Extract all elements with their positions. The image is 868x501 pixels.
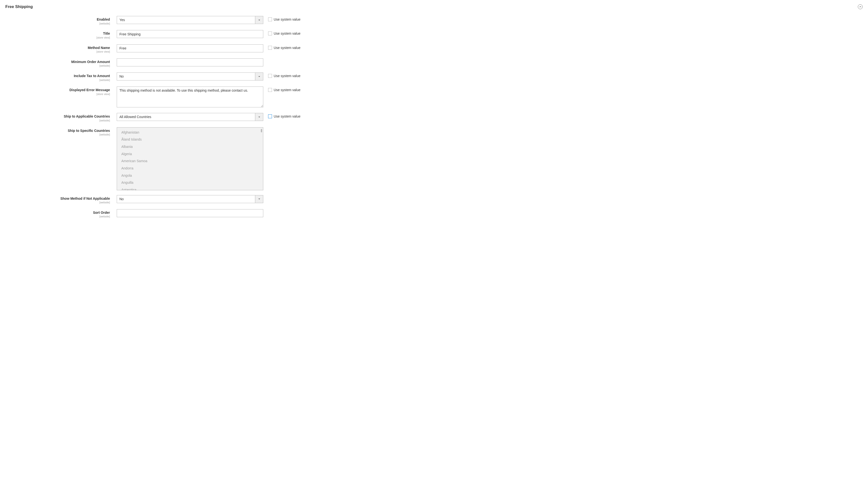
include-tax-use-system[interactable]: Use system value bbox=[263, 73, 300, 78]
error-msg-textarea[interactable] bbox=[117, 86, 263, 107]
include-tax-value: No bbox=[117, 73, 255, 80]
country-option[interactable]: Antarctica bbox=[117, 186, 263, 190]
label-error-msg: Displayed Error Message bbox=[5, 88, 110, 92]
chevron-down-icon bbox=[258, 116, 260, 118]
label-ship-specific: Ship to Specific Countries bbox=[5, 129, 110, 133]
chevron-up-icon bbox=[859, 6, 861, 8]
scope-sort-order: [website] bbox=[5, 215, 110, 218]
country-option[interactable]: Anguilla bbox=[117, 179, 263, 186]
country-option[interactable]: Angola bbox=[117, 172, 263, 179]
country-option[interactable]: Andorra bbox=[117, 165, 263, 172]
label-min-order: Minimum Order Amount bbox=[5, 60, 110, 64]
label-enabled: Enabled bbox=[5, 18, 110, 22]
scope-ship-applicable: [website] bbox=[5, 119, 110, 122]
enabled-use-system-checkbox[interactable] bbox=[268, 18, 272, 21]
country-option[interactable]: American Samoa bbox=[117, 158, 263, 165]
method-name-input[interactable] bbox=[117, 44, 263, 52]
method-name-use-system-label: Use system value bbox=[274, 46, 300, 50]
country-option[interactable]: Afghanistan bbox=[117, 129, 263, 136]
enabled-select[interactable]: Yes bbox=[117, 16, 263, 24]
show-method-select-btn[interactable] bbox=[255, 195, 263, 203]
label-show-method: Show Method if Not Applicable bbox=[5, 196, 110, 201]
error-msg-use-system[interactable]: Use system value bbox=[263, 86, 300, 92]
country-option[interactable]: Åland Islands bbox=[117, 136, 263, 143]
chevron-down-icon bbox=[258, 76, 260, 77]
ship-applicable-value: All Allowed Countries bbox=[117, 113, 255, 121]
label-sort-order: Sort Order bbox=[5, 211, 110, 215]
label-ship-applicable: Ship to Applicable Countries bbox=[5, 114, 110, 119]
include-tax-use-system-checkbox[interactable] bbox=[268, 74, 272, 78]
title-use-system[interactable]: Use system value bbox=[263, 30, 300, 35]
scope-error-msg: [store view] bbox=[5, 93, 110, 96]
scope-enabled: [website] bbox=[5, 22, 110, 25]
enabled-value: Yes bbox=[117, 16, 255, 24]
section-title: Free Shipping bbox=[5, 4, 33, 9]
enabled-use-system-label: Use system value bbox=[274, 18, 300, 21]
sort-order-input[interactable] bbox=[117, 209, 263, 217]
error-msg-use-system-label: Use system value bbox=[274, 88, 300, 92]
ship-applicable-select[interactable]: All Allowed Countries bbox=[117, 113, 263, 121]
label-method-name: Method Name bbox=[5, 46, 110, 50]
chevron-down-icon bbox=[258, 19, 260, 21]
include-tax-select[interactable]: No bbox=[117, 73, 263, 81]
scrollbar-thumb[interactable] bbox=[261, 129, 262, 132]
scope-ship-specific: [website] bbox=[5, 133, 110, 137]
country-option[interactable]: Algeria bbox=[117, 150, 263, 158]
show-method-select[interactable]: No bbox=[117, 195, 263, 203]
ship-applicable-select-btn[interactable] bbox=[255, 113, 263, 121]
ship-specific-multiselect[interactable]: AfghanistanÅland IslandsAlbaniaAlgeriaAm… bbox=[117, 127, 263, 190]
scope-include-tax: [website] bbox=[5, 78, 110, 82]
method-name-use-system[interactable]: Use system value bbox=[263, 44, 300, 50]
min-order-input[interactable] bbox=[117, 58, 263, 66]
enabled-select-btn[interactable] bbox=[255, 16, 263, 24]
include-tax-select-btn[interactable] bbox=[255, 73, 263, 80]
scope-method-name: [store view] bbox=[5, 50, 110, 54]
enabled-use-system[interactable]: Use system value bbox=[263, 16, 300, 21]
title-input[interactable] bbox=[117, 30, 263, 38]
scope-show-method: [website] bbox=[5, 201, 110, 204]
error-msg-use-system-checkbox[interactable] bbox=[268, 88, 272, 92]
collapse-toggle[interactable] bbox=[858, 4, 863, 9]
include-tax-use-system-label: Use system value bbox=[274, 74, 300, 78]
ship-applicable-use-system-label: Use system value bbox=[274, 114, 300, 118]
method-name-use-system-checkbox[interactable] bbox=[268, 46, 272, 50]
scope-min-order: [website] bbox=[5, 64, 110, 68]
ship-applicable-use-system[interactable]: Use system value bbox=[263, 113, 300, 118]
chevron-down-icon bbox=[258, 198, 260, 200]
label-title: Title bbox=[5, 32, 110, 36]
show-method-value: No bbox=[117, 195, 255, 203]
ship-applicable-use-system-checkbox[interactable] bbox=[268, 114, 272, 118]
scope-title: [store view] bbox=[5, 36, 110, 40]
country-option[interactable]: Albania bbox=[117, 143, 263, 150]
label-include-tax: Include Tax to Amount bbox=[5, 74, 110, 78]
title-use-system-label: Use system value bbox=[274, 32, 300, 35]
title-use-system-checkbox[interactable] bbox=[268, 32, 272, 35]
